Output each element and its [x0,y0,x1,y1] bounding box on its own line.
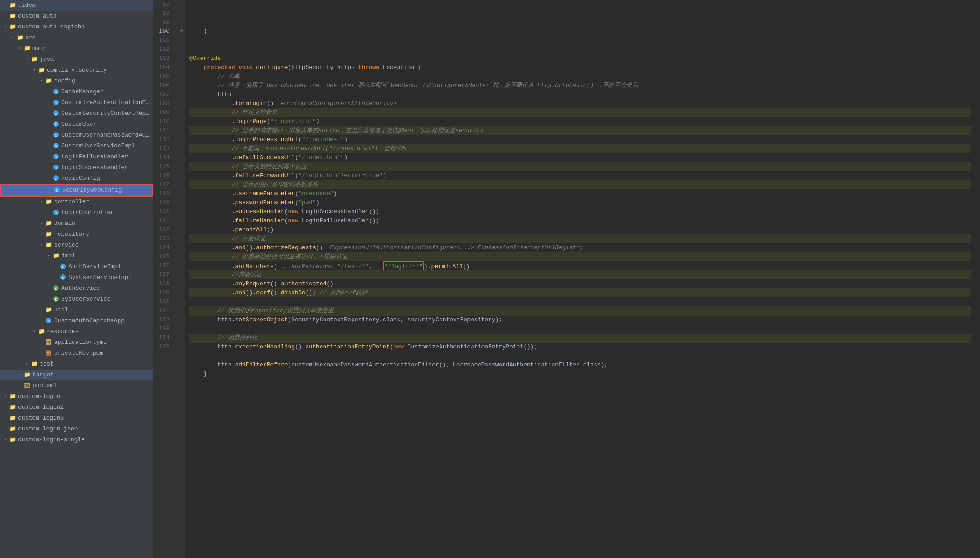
sidebar-item-SysUserService[interactable]: ISysUserService [0,294,153,305]
tree-arrow-custom-login3[interactable] [2,415,9,422]
code-line-106: // 自定义登录页 [189,108,971,117]
tree-arrow-service[interactable] [38,242,45,249]
tree-arrow-custom-login[interactable] [2,393,9,400]
sidebar-item-custom-login3[interactable]: 📁custom-login3 [0,413,153,424]
svg-text:C: C [55,90,57,94]
tree-arrow-domain[interactable] [38,220,45,227]
tree-label-custom-login: custom-login [18,392,60,401]
tree-arrow-application.yml[interactable] [38,339,45,346]
tree-label-custom-auth-captcha: custom-auth-captcha [18,23,85,32]
line-num-135: 135 [153,343,172,352]
sidebar-item-src[interactable]: 📁src [0,32,153,43]
sidebar-item-custom-auth-captcha[interactable]: 📁custom-auth-captcha [0,22,153,32]
sidebar-item-service[interactable]: 📁service [0,240,153,251]
tree-arrow-CacheManager[interactable] [45,88,52,96]
tree-arrow-CustomizeAuthenticationEntryPo[interactable] [45,99,52,106]
tree-arrow-CustomSecurityContextRepository[interactable] [45,110,52,117]
sidebar-item-CustomUserServiceImpl[interactable]: CCustomUserServiceImpl [0,141,153,151]
tree-arrow-SecurityWebConfig[interactable] [46,187,53,194]
tree-arrow-target[interactable] [16,371,23,379]
tree-arrow-controller[interactable] [38,198,45,206]
sidebar-item-CustomUser[interactable]: CCustomUser [0,119,153,130]
sidebar-item-custom-login-single[interactable]: 📁custom-login-single [0,435,153,445]
sidebar-item-custom-login-json[interactable]: 📁custom-login-json [0,424,153,435]
tree-label-LoginController: LoginController [61,208,114,217]
svg-text:C: C [62,276,64,280]
tree-arrow-LoginFailureHandler[interactable] [45,153,52,160]
tree-arrow-custom-login-single[interactable] [2,436,9,444]
sidebar-item-LoginFailureHandler[interactable]: CLoginFailureHandler [0,151,153,162]
sidebar-item-config[interactable]: 📁config [0,76,153,87]
sidebar-item-LoginSuccessHandler[interactable]: CLoginSuccessHandler [0,162,153,173]
sidebar-item-resources[interactable]: 📁resources [0,326,153,337]
sidebar-item-controller[interactable]: 📁controller [0,197,153,207]
sidebar-item-util[interactable]: 📁util [0,305,153,316]
sidebar-item-privateKey.pem[interactable]: PEMprivateKey.pem [0,348,153,359]
tree-arrow-test[interactable] [23,361,31,368]
sidebar-item-target[interactable]: 📁target [0,370,153,380]
tree-arrow-com.liry.security[interactable] [31,67,38,74]
tree-arrow-RedisConfig[interactable] [45,175,52,182]
tree-label-custom-login-json: custom-login-json [18,425,78,434]
sidebar-item-test[interactable]: 📁test [0,359,153,370]
code-line-108: // 登录的请求接口，对应表单的action，这里只是修改了处理的api，实际处… [189,126,971,135]
sidebar-item-main[interactable]: 📁main [0,43,153,54]
sidebar-item-CustomAuthCaptchaApp[interactable]: CCustomAuthCaptchaApp [0,316,153,326]
tree-label-custom-login2: custom-login2 [18,403,64,412]
sidebar-item-pom.xml[interactable]: XMLpom.xml [0,380,153,391]
sidebar-item-application.yml[interactable]: YMLapplication.yml [0,337,153,348]
tree-arrow-CustomUser[interactable] [45,121,52,128]
tree-arrow-java[interactable] [23,56,31,63]
svg-text:C: C [55,155,57,159]
sidebar-item-AuthService[interactable]: IAuthService [0,283,153,294]
tree-arrow-LoginSuccessHandler[interactable] [45,164,52,171]
gutter-cell-101 [176,36,185,45]
tree-arrow-util[interactable] [38,306,45,314]
sidebar-item-custom-login2[interactable]: 📁custom-login2 [0,402,153,413]
tree-arrow-LoginController[interactable] [45,209,52,216]
sidebar-item-RedisConfig[interactable]: CRedisConfig [0,173,153,184]
sidebar-item-domain[interactable]: 📁domain [0,218,153,229]
sidebar-item-impl[interactable]: 📁impl [0,251,153,261]
sidebar-item-CustomizeAuthenticationEntryPo[interactable]: CCustomizeAuthenticationEntryPo [0,97,153,108]
tree-label-custom-login-single: custom-login-single [18,435,85,444]
tree-arrow-repository[interactable] [38,231,45,238]
svg-text:YML: YML [46,341,52,344]
sidebar-item-AuthServiceImpl[interactable]: CAuthServiceImpl [0,261,153,272]
sidebar-item-SecurityWebConfig[interactable]: CSecurityWebConfig [0,184,153,197]
tree-arrow-config[interactable] [38,78,45,85]
tree-arrow-SysUserService[interactable] [45,296,52,303]
sidebar-item-repository[interactable]: 📁repository [0,229,153,240]
tree-arrow-idea[interactable] [2,2,9,9]
gutter-cell-105 [176,72,185,81]
line-num-119: 119 [153,198,172,207]
tree-label-SysUserService: SysUserService [61,295,110,304]
sidebar-item-java[interactable]: 📁java [0,54,153,65]
tree-arrow-resources[interactable] [31,328,38,335]
tree-arrow-custom-login2[interactable] [2,404,9,411]
sidebar-item-CustomUsernamePasswordAuthe[interactable]: CCustomUsernamePasswordAuthe [0,130,153,141]
tree-arrow-impl[interactable] [45,252,52,260]
tree-arrow-pom.xml[interactable] [16,382,23,389]
sidebar-item-custom-auth[interactable]: 📁custom-auth [0,11,153,22]
tree-arrow-SysUserServiceImpl[interactable] [52,274,60,281]
tree-arrow-AuthServiceImpl[interactable] [52,263,60,270]
sidebar-item-com.liry.security[interactable]: 📁com.liry.security [0,65,153,76]
tree-arrow-CustomUserServiceImpl[interactable] [45,142,52,150]
tree-arrow-AuthService[interactable] [45,285,52,292]
sidebar-item-CustomSecurityContextRepository[interactable]: CCustomSecurityContextReposito [0,108,153,119]
tree-arrow-main[interactable] [16,45,23,52]
sidebar-item-LoginController[interactable]: CLoginController [0,207,153,218]
tree-arrow-CustomUsernamePasswordAuthe[interactable] [45,132,52,139]
sidebar-item-CacheManager[interactable]: CCacheManager [0,87,153,97]
sidebar-item-custom-login[interactable]: 📁custom-login [0,391,153,402]
file-tree[interactable]: 📁.idea📁custom-auth📁custom-auth-captcha📁s… [0,0,153,558]
tree-arrow-custom-auth-captcha[interactable] [2,23,9,31]
sidebar-item-SysUserServiceImpl[interactable]: CSysUserServiceImpl [0,272,153,283]
tree-arrow-privateKey.pem[interactable] [38,350,45,357]
tree-arrow-custom-auth[interactable] [2,13,9,20]
tree-arrow-CustomAuthCaptchaApp[interactable] [38,317,45,325]
sidebar-item-idea[interactable]: 📁.idea [0,0,153,11]
tree-arrow-src[interactable] [9,34,16,41]
tree-arrow-custom-login-json[interactable] [2,425,9,433]
